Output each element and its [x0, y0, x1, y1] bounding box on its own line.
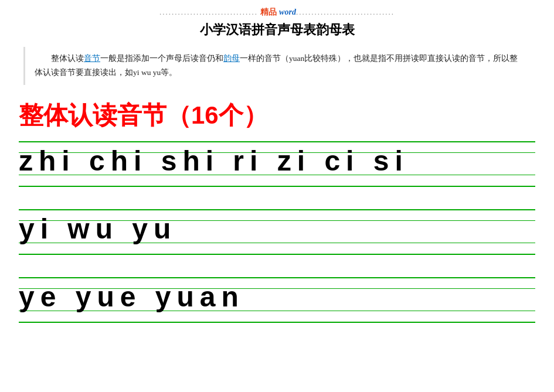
intro-link-yinjie[interactable]: 音节	[84, 54, 100, 63]
dotted-right: ................................	[296, 8, 395, 17]
intro-text-before: 整体认读	[35, 54, 84, 63]
line-mid-2: yi wu yu	[19, 221, 535, 243]
pinyin-row-2: yi wu yu	[19, 213, 176, 245]
spacer-2	[0, 255, 554, 272]
line-mid-3: ye yue yuan	[19, 289, 535, 311]
brand-label: 精品	[258, 7, 279, 18]
pinyin-block-1: zhi chi shi ri zi ci si	[19, 141, 535, 187]
line-bot-3	[19, 311, 535, 323]
brand-word: word	[279, 8, 296, 17]
header-area: ................................ 精品 word…	[0, 0, 554, 39]
spacer-1	[0, 187, 554, 204]
main-title: 小学汉语拼音声母表韵母表	[0, 21, 554, 39]
page-container: ................................ 精品 word…	[0, 0, 554, 392]
intro-link-yunmu[interactable]: 韵母	[223, 54, 240, 63]
line-mid-1: zhi chi shi ri zi ci si	[19, 153, 535, 175]
intro-box: 整体认读音节一般是指添加一个声母后读音仍和韵母一样的音节（yuan比较特殊），也…	[23, 47, 531, 85]
pinyin-block-3: ye yue yuan	[19, 277, 535, 323]
pinyin-block-2: yi wu yu	[19, 209, 535, 255]
header-dotted-line: ................................ 精品 word…	[0, 7, 554, 18]
section-heading: 整体认读音节（16个）	[0, 94, 554, 137]
pinyin-row-3: ye yue yuan	[19, 281, 244, 313]
pinyin-row-1: zhi chi shi ri zi ci si	[19, 145, 409, 177]
dotted-left: ................................	[159, 8, 258, 17]
line-bot-2	[19, 243, 535, 255]
line-bot-1	[19, 175, 535, 187]
intro-text-middle: 一般是指添加一个声母后读音仍和	[100, 54, 223, 63]
